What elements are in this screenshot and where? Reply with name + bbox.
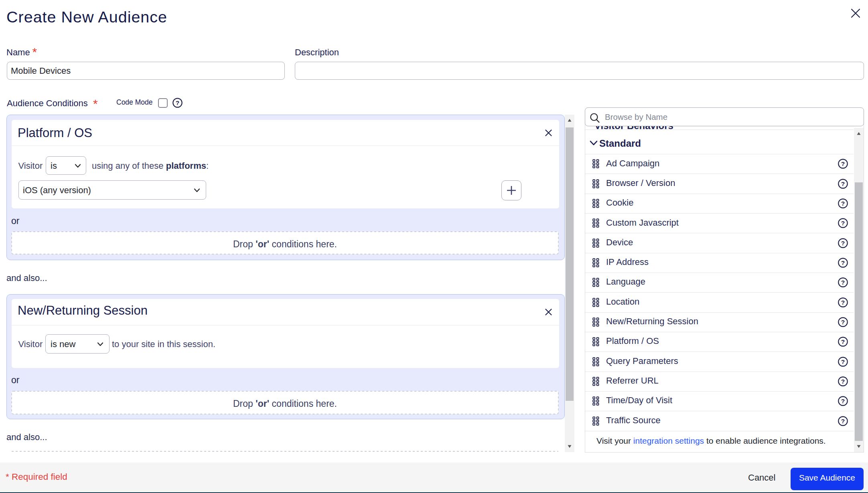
svg-text:?: ? bbox=[841, 417, 845, 424]
svg-text:?: ? bbox=[841, 160, 845, 167]
svg-text:?: ? bbox=[841, 338, 845, 345]
svg-text:?: ? bbox=[841, 200, 845, 207]
svg-text:?: ? bbox=[841, 299, 845, 305]
svg-text:?: ? bbox=[176, 99, 179, 106]
svg-text:?: ? bbox=[841, 220, 845, 226]
svg-text:?: ? bbox=[841, 398, 845, 404]
svg-text:?: ? bbox=[841, 180, 845, 187]
svg-text:?: ? bbox=[841, 319, 845, 325]
svg-text:?: ? bbox=[841, 358, 845, 365]
svg-text:?: ? bbox=[841, 239, 845, 246]
svg-text:?: ? bbox=[841, 259, 845, 266]
svg-text:?: ? bbox=[841, 279, 845, 286]
svg-text:?: ? bbox=[841, 378, 845, 385]
